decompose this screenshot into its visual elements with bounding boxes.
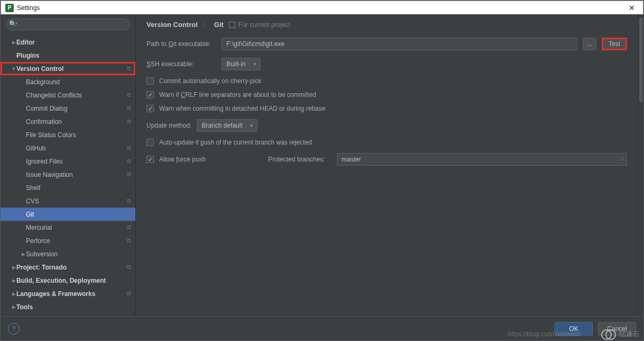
sidebar-item-ignored-files[interactable]: Ignored Files⧉ xyxy=(1,155,135,168)
crlf-warn-checkbox[interactable]: Warn if CRLF line separators are about t… xyxy=(146,91,627,98)
content-pane: Version Control 〉 Git For current projec… xyxy=(136,14,638,316)
sidebar-item-github[interactable]: GitHub⧉ xyxy=(1,141,135,155)
sidebar-item-background[interactable]: Background xyxy=(1,75,135,88)
project-scope-icon: ⧉ xyxy=(124,105,131,112)
sidebar-item-plugins[interactable]: Plugins xyxy=(1,49,135,62)
sidebar-item-changelist-conflicts[interactable]: Changelist Conflicts⧉ xyxy=(1,88,135,102)
test-button[interactable]: Test xyxy=(602,38,627,50)
close-icon[interactable]: ✕ xyxy=(625,4,639,12)
force-push-checkbox[interactable]: Allow force push xyxy=(146,156,263,163)
tree-arrow-icon: ▶ xyxy=(11,40,16,45)
sidebar-item-cvs[interactable]: CVS⧉ xyxy=(1,194,135,208)
sidebar-item-label: Commit Dialog xyxy=(26,105,124,112)
project-scope-icon: ⧉ xyxy=(124,237,131,244)
sidebar: 🔍 ▾ ▶EditorPlugins▼Version Control⧉Backg… xyxy=(1,14,136,316)
sidebar-item-label: Tools xyxy=(16,303,124,311)
chevron-down-icon: ▾ xyxy=(15,21,17,26)
sidebar-item-label: Mercurial xyxy=(26,224,124,231)
window-title: Settings xyxy=(17,4,625,12)
sidebar-item-label: Editor xyxy=(16,39,124,46)
project-scope-icon: ⧉ xyxy=(124,92,131,98)
protected-branches-label: Protected branches: xyxy=(268,156,332,163)
project-scope-icon xyxy=(229,22,235,28)
sidebar-item-label: Version Control xyxy=(16,65,124,73)
ok-button[interactable]: OK xyxy=(555,322,593,336)
sidebar-item-label: Background xyxy=(26,78,124,86)
sidebar-item-label: Ignored Files xyxy=(26,158,124,165)
breadcrumb-version-control[interactable]: Version Control xyxy=(146,21,198,29)
sidebar-item-mercurial[interactable]: Mercurial⧉ xyxy=(1,221,135,234)
sidebar-item-label: Build, Execution, Deployment xyxy=(16,277,124,284)
sidebar-item-label: Confirmation xyxy=(26,118,124,125)
sidebar-item-project-tornado[interactable]: ▶Project: Tornado⧉ xyxy=(1,261,135,274)
ssh-executable-select[interactable]: Built-in▼ xyxy=(222,58,261,70)
sidebar-item-confirmation[interactable]: Confirmation⧉ xyxy=(1,115,135,128)
sidebar-item-label: CVS xyxy=(26,198,124,205)
tree-arrow-icon: ▶ xyxy=(11,291,16,297)
sidebar-item-label: Subversion xyxy=(26,250,124,258)
sidebar-item-perforce[interactable]: Perforce⧉ xyxy=(1,234,135,247)
help-button[interactable]: ? xyxy=(8,323,20,335)
chevron-down-icon: ▼ xyxy=(246,120,254,131)
breadcrumb: Version Control 〉 Git For current projec… xyxy=(136,14,638,34)
git-path-input[interactable] xyxy=(222,38,577,50)
update-method-select[interactable]: Branch default▼ xyxy=(197,119,257,132)
sidebar-item-file-status-colors[interactable]: File Status Colors xyxy=(1,128,135,141)
cancel-button[interactable]: Cancel xyxy=(598,322,636,336)
project-scope-icon: ⧉ xyxy=(124,198,131,204)
sidebar-item-label: GitHub xyxy=(26,145,124,152)
update-method-label: Update method: xyxy=(146,122,191,129)
titlebar: P Settings ✕ xyxy=(1,1,643,14)
sidebar-item-tools[interactable]: ▶Tools xyxy=(1,300,135,313)
app-icon: P xyxy=(5,4,14,12)
project-scope-icon: ⧉ xyxy=(124,264,131,271)
search-box[interactable]: 🔍 ▾ xyxy=(6,19,130,30)
sidebar-item-editor[interactable]: ▶Editor xyxy=(1,35,135,49)
browse-button[interactable]: ... xyxy=(583,38,596,50)
sidebar-item-label: File Status Colors xyxy=(26,131,124,139)
expand-icon[interactable]: ⤢ xyxy=(620,156,624,163)
project-scope-icon: ⧉ xyxy=(124,118,131,125)
search-input[interactable] xyxy=(6,19,130,30)
project-scope-icon: ⧉ xyxy=(124,211,131,218)
cherry-pick-checkbox[interactable]: Commit automatically on cherry-pick xyxy=(146,77,627,85)
sidebar-item-shelf[interactable]: Shelf xyxy=(1,181,135,194)
chevron-right-icon: 〉 xyxy=(203,21,209,29)
chevron-down-icon: ▼ xyxy=(249,58,257,70)
breadcrumb-git: Git xyxy=(214,21,224,29)
tree-arrow-icon: ▼ xyxy=(11,66,16,71)
settings-tree[interactable]: ▶EditorPlugins▼Version Control⧉Backgroun… xyxy=(1,34,135,316)
detached-head-checkbox[interactable]: Warn when committing in detached HEAD or… xyxy=(146,105,627,112)
sidebar-item-issue-navigation[interactable]: Issue Navigation⧉ xyxy=(1,168,135,181)
sidebar-item-languages-frameworks[interactable]: ▶Languages & Frameworks⧉ xyxy=(1,287,135,300)
tree-arrow-icon: ▶ xyxy=(11,304,16,310)
ssh-label: SSH executable: xyxy=(146,60,216,68)
scrollbar-thumb[interactable] xyxy=(639,17,642,102)
tree-arrow-icon: ▶ xyxy=(21,252,26,257)
auto-update-checkbox[interactable]: Auto-update if push of the current branc… xyxy=(146,139,627,146)
sidebar-item-git[interactable]: Git⧉ xyxy=(1,208,135,221)
scope-indicator: For current project xyxy=(229,21,290,29)
sidebar-item-label: Git xyxy=(26,211,124,218)
project-scope-icon: ⧉ xyxy=(124,65,131,72)
tree-arrow-icon: ▶ xyxy=(11,278,16,283)
sidebar-item-label: Languages & Frameworks xyxy=(16,290,124,298)
sidebar-item-label: Issue Navigation xyxy=(26,171,124,178)
sidebar-item-version-control[interactable]: ▼Version Control⧉ xyxy=(1,62,135,75)
project-scope-icon: ⧉ xyxy=(124,171,131,178)
sidebar-item-label: Perforce xyxy=(26,237,124,245)
project-scope-icon: ⧉ xyxy=(124,290,131,297)
sidebar-item-label: Changelist Conflicts xyxy=(26,92,124,99)
project-scope-icon: ⧉ xyxy=(124,145,131,151)
sidebar-item-commit-dialog[interactable]: Commit Dialog⧉ xyxy=(1,102,135,115)
project-scope-icon: ⧉ xyxy=(124,224,131,231)
sidebar-item-build-execution-deployment[interactable]: ▶Build, Execution, Deployment xyxy=(1,274,135,287)
sidebar-item-label: Project: Tornado xyxy=(16,264,124,271)
dialog-footer: ? OK Cancel xyxy=(1,316,643,340)
vertical-scrollbar[interactable] xyxy=(638,14,643,316)
sidebar-item-label: Shelf xyxy=(26,184,124,192)
sidebar-item-subversion[interactable]: ▶Subversion xyxy=(1,247,135,261)
project-scope-icon: ⧉ xyxy=(124,158,131,165)
path-label: Path to Git executable: xyxy=(146,40,216,48)
protected-branches-input[interactable]: master⤢ xyxy=(337,153,627,166)
